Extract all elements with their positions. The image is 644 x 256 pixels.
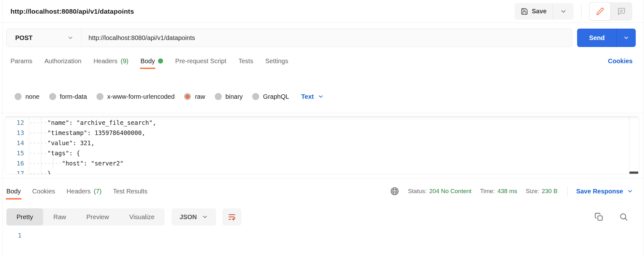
chevron-down-icon [318,93,324,100]
code-line: 16·········"host": "server2" [5,158,639,168]
save-label: Save [532,8,547,15]
request-tabs: Params Authorization Headers(9) Body Pre… [0,54,644,68]
save-button[interactable]: Save [515,3,553,20]
response-format-label: JSON [180,213,197,221]
editor-top-divider [0,113,644,113]
tab-headers[interactable]: Headers(9) [94,54,128,68]
indent-guide [29,118,29,174]
cookies-link[interactable]: Cookies [608,57,633,65]
view-raw-button[interactable]: Raw [43,208,76,226]
header-divider [581,5,582,18]
response-action-icons [595,212,628,221]
response-body-editor[interactable]: 1 [0,231,644,240]
chevron-down-icon [623,35,629,41]
api-client-request-panel: http://localhost:8080/api/v1/datapoints … [0,0,644,256]
request-body-editor[interactable]: 12·····"name": "archive_file_search", 13… [5,116,639,174]
response-tab-headers[interactable]: Headers(7) [67,179,102,204]
search-response-button[interactable] [619,212,628,221]
globe-icon [390,186,399,196]
search-icon [619,212,628,221]
raw-format-select[interactable]: Text [301,93,324,100]
panel-right-border [643,0,643,256]
response-format-select[interactable]: JSON [172,208,216,226]
tab-settings[interactable]: Settings [265,54,288,68]
code-line: 17·····} [5,168,639,174]
send-label: Send [589,34,605,42]
status-field: Status: 204 No Content [408,188,471,195]
chevron-down-icon [627,188,633,194]
body-type-form-data[interactable]: form-data [49,93,87,100]
request-header: http://localhost:8080/api/v1/datapoints … [0,0,644,23]
method-select[interactable]: POST [7,29,82,47]
copy-response-button[interactable] [595,212,603,221]
view-visualize-button[interactable]: Visualize [119,208,165,226]
tab-pre-request-script[interactable]: Pre-request Script [175,54,226,68]
save-response-button[interactable]: Save Response [576,188,633,195]
body-type-binary[interactable]: binary [215,93,243,100]
save-button-group: Save [515,3,574,20]
tab-authorization[interactable]: Authorization [44,54,82,68]
editor-scrollbar-track [629,116,629,174]
body-type-raw[interactable]: raw [184,93,205,100]
save-response-label: Save Response [576,188,623,195]
wrap-text-icon [227,212,236,221]
comment-icon [617,7,626,16]
radio-icon [215,93,222,100]
response-tab-body[interactable]: Body [6,179,21,204]
response-tab-cookies[interactable]: Cookies [32,179,55,204]
url-bar: POST [6,29,572,47]
body-type-selector: none form-data x-www-form-urlencoded raw… [0,90,644,103]
pencil-icon [596,7,604,16]
code-line: 15·····"tags": { [5,148,639,158]
comments-button[interactable] [611,2,632,21]
send-button[interactable]: Send [577,29,616,47]
chevron-down-icon [560,8,567,15]
body-type-x-www-form-urlencoded[interactable]: x-www-form-urlencoded [96,93,174,100]
status-value: 204 No Content [429,188,471,195]
size-field: Size: 230 B [526,188,557,195]
copy-icon [595,212,603,221]
method-label: POST [15,34,32,42]
time-value: 438 ms [497,188,517,195]
headers-count-badge: (9) [121,57,128,65]
code-line: 14·····"value": 321, [5,138,639,148]
size-label: Size: [526,188,539,195]
response-view-segmented: Pretty Raw Preview Visualize [6,208,165,226]
response-tab-test-results[interactable]: Test Results [113,179,148,204]
body-type-none[interactable]: none [15,93,40,100]
wrap-text-button[interactable] [222,208,241,226]
save-options-button[interactable] [553,3,574,20]
response-view-toolbar: Pretty Raw Preview Visualize JSON [6,208,628,226]
body-type-graphql[interactable]: GraphQL [252,93,289,100]
tab-tests[interactable]: Tests [238,54,253,68]
body-filled-dot [158,58,163,64]
header-actions: Save [515,2,632,21]
radio-icon [15,93,22,100]
response-header: Body Cookies Headers(7) Test Results Sta… [0,179,644,204]
response-line: 1 [0,231,644,240]
radio-selected-icon [184,93,191,100]
meta-divider [567,186,568,196]
indent-guide [53,158,53,168]
request-title: http://localhost:8080/api/v1/datapoints [10,8,134,15]
size-value: 230 B [542,188,557,195]
radio-icon [49,93,56,100]
raw-format-label: Text [301,93,314,100]
radio-icon [96,93,103,100]
editor-scrollbar-thumb[interactable] [629,172,638,174]
view-pretty-button[interactable]: Pretty [6,208,43,226]
response-headers-count-badge: (7) [94,188,101,195]
url-input[interactable] [82,29,572,47]
time-label: Time: [480,188,495,195]
chevron-down-icon [67,35,74,41]
send-options-button[interactable] [616,29,636,47]
edit-mode-button[interactable] [589,2,611,21]
panel-left-border [3,0,3,256]
status-label: Status: [408,188,427,195]
save-icon [521,8,528,15]
tab-body[interactable]: Body [141,54,163,68]
view-preview-button[interactable]: Preview [76,208,119,226]
editor-lines: 12·····"name": "archive_file_search", 13… [5,116,639,174]
chevron-down-icon [202,214,208,220]
tab-params[interactable]: Params [10,54,32,68]
